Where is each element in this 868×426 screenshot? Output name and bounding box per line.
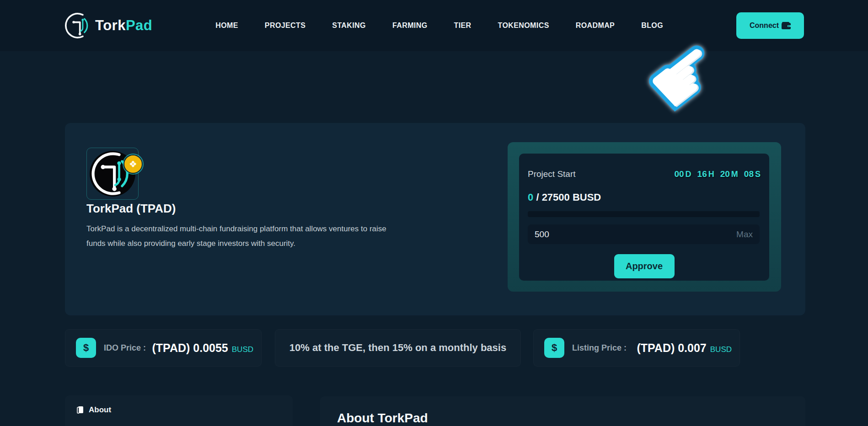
sale-header: Project Start 00D 16H 20M 08S: [528, 169, 761, 179]
about-heading: About TorkPad: [337, 411, 805, 426]
countdown-hours: 16H: [697, 169, 714, 179]
ido-price-label: IDO Price :: [104, 343, 146, 353]
listing-price-currency: BUSD: [710, 345, 732, 354]
raise-progress-text: 0 / 27500 BUSD: [528, 192, 761, 203]
sale-status-label: Project Start: [528, 169, 576, 179]
book-icon: [76, 406, 85, 415]
connect-wallet-button[interactable]: Connect: [736, 12, 804, 39]
listing-price-label: Listing Price :: [572, 343, 627, 353]
listing-price-value: (TPAD) 0.007: [637, 341, 706, 355]
dollar-icon: $: [544, 338, 564, 358]
navbar: TorkPad HOME PROJECTS STAKING FARMING TI…: [0, 0, 868, 51]
brand-logo[interactable]: TorkPad: [64, 11, 152, 40]
nav-item-staking[interactable]: STAKING: [332, 21, 366, 30]
ido-price-value: (TPAD) 0.0055: [152, 341, 228, 355]
amount-separator: /: [536, 192, 539, 203]
amount-input-group: Max: [528, 224, 760, 244]
listing-price-card: $ Listing Price : (TPAD) 0.007 BUSD: [533, 329, 740, 367]
raised-amount: 0: [528, 192, 533, 203]
nav-item-blog[interactable]: BLOG: [641, 21, 663, 30]
wallet-icon: [782, 22, 791, 29]
brand-name: TorkPad: [95, 17, 152, 34]
progress-bar: [528, 211, 760, 217]
vesting-text: 10% at the TGE, then 15% on a monthly ba…: [289, 342, 506, 354]
countdown-timer: 00D 16H 20M 08S: [674, 169, 761, 179]
amount-input[interactable]: [535, 229, 736, 240]
about-tab-label: About: [89, 405, 111, 415]
about-sidebar-card: About: [65, 395, 293, 426]
project-description: TorkPad is a decentralized multi-chain f…: [86, 222, 388, 251]
about-content-card: About TorkPad: [320, 396, 805, 426]
project-title: TorkPad (TPAD): [86, 202, 176, 216]
nav-item-tier[interactable]: TIER: [454, 21, 472, 30]
sale-card: Project Start 00D 16H 20M 08S: [519, 154, 769, 281]
connect-label: Connect: [750, 21, 779, 30]
approve-button[interactable]: Approve: [614, 254, 675, 278]
countdown-days: 00D: [674, 169, 691, 179]
nav-item-projects[interactable]: PROJECTS: [265, 21, 305, 30]
nav-item-farming[interactable]: FARMING: [392, 21, 428, 30]
sale-panel: Project Start 00D 16H 20M 08S: [508, 142, 781, 292]
nav-item-tokenomics[interactable]: TOKENOMICS: [498, 21, 549, 30]
ido-price-currency: BUSD: [232, 345, 253, 354]
torkpad-logo-icon: [64, 11, 92, 40]
project-hero-card: ❖ TorkPad (TPAD) TorkPad is a decentrali…: [65, 123, 805, 315]
dollar-icon: $: [76, 338, 96, 358]
max-button[interactable]: Max: [736, 229, 753, 240]
ido-price-card: $ IDO Price : (TPAD) 0.0055 BUSD: [65, 329, 262, 367]
nav-item-roadmap[interactable]: ROADMAP: [576, 21, 615, 30]
project-logo: ❖: [86, 148, 139, 200]
nav-item-home[interactable]: HOME: [215, 21, 238, 30]
countdown-seconds: 08S: [744, 169, 761, 179]
vesting-info-card: 10% at the TGE, then 15% on a monthly ba…: [275, 329, 521, 367]
target-amount: 27500 BUSD: [542, 192, 601, 203]
tab-about[interactable]: About: [76, 405, 282, 415]
bnb-chain-badge-icon: ❖: [123, 154, 143, 174]
countdown-minutes: 20M: [720, 169, 738, 179]
nav-menu: HOME PROJECTS STAKING FARMING TIER TOKEN…: [215, 21, 663, 30]
